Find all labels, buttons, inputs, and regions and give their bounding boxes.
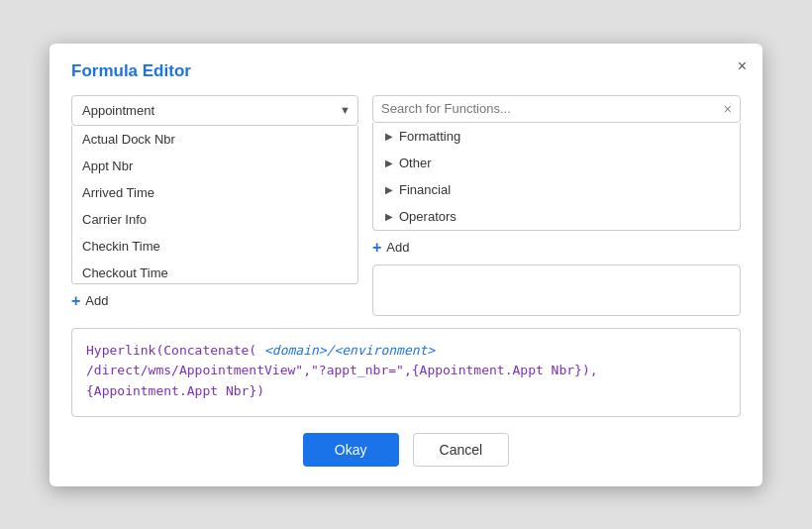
formula-line2-end: ), <box>582 363 598 377</box>
list-item[interactable]: Checkin Time <box>72 233 357 260</box>
list-item[interactable]: Carrier Info <box>72 206 357 233</box>
plus-icon: + <box>372 239 381 257</box>
function-label: Formatting <box>399 129 460 144</box>
function-label: Operators <box>399 209 457 224</box>
formula-editor-modal: Formula Editor × Appointment ▼ Actual Do… <box>50 44 762 486</box>
function-item-other[interactable]: ▶ Other <box>373 150 740 176</box>
formula-line3-end: ) <box>256 383 264 398</box>
search-input[interactable] <box>381 101 724 116</box>
right-add-label: Add <box>386 240 409 255</box>
category-dropdown[interactable]: Appointment <box>71 95 358 126</box>
cancel-button[interactable]: Cancel <box>413 433 510 467</box>
formula-line3-curly-open: { <box>86 383 94 398</box>
left-add-label: Add <box>85 293 108 308</box>
formula-area[interactable]: Hyperlink(Concatenate( <domain>/<environ… <box>71 328 741 417</box>
top-section: Appointment ▼ Actual Dock Nbr Appt Nbr A… <box>71 95 741 316</box>
chevron-right-icon: ▶ <box>385 131 393 142</box>
list-item[interactable]: Appt Nbr <box>72 153 357 179</box>
function-item-formatting[interactable]: ▶ Formatting <box>373 123 740 150</box>
close-button[interactable]: × <box>738 57 747 75</box>
function-label: Other <box>399 156 432 170</box>
plus-icon: + <box>71 292 80 310</box>
formula-line2-curly-close: } <box>574 363 582 377</box>
right-text-area[interactable] <box>372 264 741 316</box>
modal-title: Formula Editor <box>71 61 741 81</box>
left-add-button[interactable]: + Add <box>71 292 108 310</box>
formula-line1-purple: Hyperlink(Concatenate( <box>86 343 256 358</box>
formula-line2-field: Appointment.Appt Nbr <box>420 363 575 377</box>
field-list-panel[interactable]: Actual Dock Nbr Appt Nbr Arrived Time Ca… <box>71 126 358 284</box>
dropdown-container: Appointment ▼ <box>71 95 358 126</box>
list-item[interactable]: Arrived Time <box>72 179 357 206</box>
okay-button[interactable]: Okay <box>303 433 399 467</box>
function-item-financial[interactable]: ▶ Financial <box>373 176 740 203</box>
function-item-operators[interactable]: ▶ Operators <box>373 203 740 230</box>
formula-line1-blue: <domain>/<environment> <box>256 343 435 358</box>
list-item[interactable]: Actual Dock Nbr <box>72 126 357 153</box>
formula-line3-field: Appointment.Appt Nbr <box>94 383 250 398</box>
right-panel: × ▶ Formatting ▶ Other ▶ Financial <box>372 95 741 316</box>
chevron-right-icon: ▶ <box>385 211 393 222</box>
list-item[interactable]: Checkout Time <box>72 260 357 284</box>
right-add-button[interactable]: + Add <box>372 239 741 257</box>
footer: Okay Cancel <box>71 433 741 467</box>
search-bar: × <box>372 95 741 123</box>
function-label: Financial <box>399 182 451 197</box>
formula-line2-curly-open: { <box>412 363 420 377</box>
formula-line2-purple: /direct/wms/AppointmentView","?appt_nbr=… <box>86 363 412 377</box>
chevron-right-icon: ▶ <box>385 158 393 168</box>
left-panel: Appointment ▼ Actual Dock Nbr Appt Nbr A… <box>71 95 358 316</box>
search-clear-button[interactable]: × <box>724 101 732 117</box>
chevron-right-icon: ▶ <box>385 184 393 195</box>
modal-overlay: Formula Editor × Appointment ▼ Actual Do… <box>0 0 812 529</box>
function-list[interactable]: ▶ Formatting ▶ Other ▶ Financial ▶ Opera… <box>372 123 741 231</box>
